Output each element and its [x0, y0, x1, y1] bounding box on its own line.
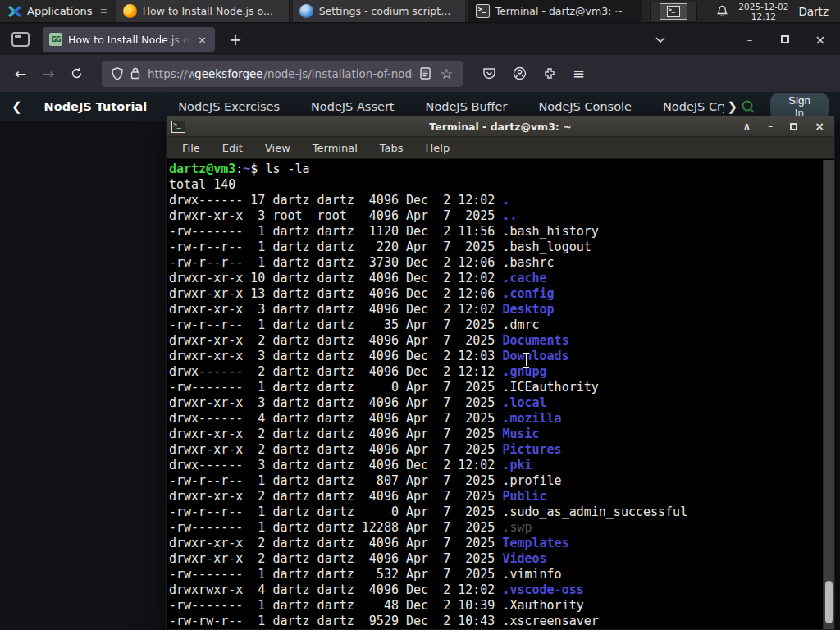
forward-button[interactable]: →	[34, 66, 62, 82]
file-name: Pictures	[502, 442, 561, 457]
terminal-menu-item[interactable]: Tabs	[380, 142, 404, 154]
url-bar[interactable]: https://www.geeksforgeeks.org/node-js/in…	[102, 61, 463, 87]
terminal-scrollbar-thumb[interactable]	[825, 581, 833, 623]
taskbar-window-button[interactable]: Terminal - dartz@vm3: ~	[468, 0, 642, 22]
terminal-output-line: drwxr-xr-x 2 dartz dartz 4096 Apr 7 2025…	[169, 427, 823, 442]
terminal-rollup-button[interactable]: ∧	[743, 121, 751, 131]
firefox-view-icon[interactable]	[11, 32, 30, 47]
terminal-titlebar[interactable]: >_ Terminal - dartz@vm3: ~ ∧ – ×	[167, 116, 834, 137]
pager-terminal-icon: >_	[667, 6, 680, 17]
reader-mode-icon[interactable]	[420, 67, 431, 80]
terminal-listing: drwx------ 17 dartz dartz 4096 Dec 2 12:…	[169, 193, 823, 629]
terminal-output[interactable]: dartz@vm3:~$ ls -la total 140 drwx------…	[167, 160, 823, 629]
nav-scroll-left-icon[interactable]: ❮	[0, 99, 29, 114]
terminal-output-line: -rw-r--r-- 1 dartz dartz 3730 Dec 2 12:0…	[169, 255, 823, 271]
file-name: ..	[502, 208, 517, 223]
tab-close-icon[interactable]: ×	[196, 34, 208, 46]
terminal-output-line: -rw-rw-r-- 1 dartz dartz 9529 Dec 2 10:4…	[169, 614, 823, 629]
gfg-favicon: GG	[49, 33, 62, 46]
tracking-shield-icon[interactable]	[112, 67, 123, 80]
terminal-output-line: drwxr-xr-x 13 dartz dartz 4096 Dec 2 12:…	[169, 286, 823, 302]
terminal-menu-item[interactable]: File	[182, 142, 200, 154]
file-name: .viminfo	[502, 567, 561, 582]
clock-date: 2025-12-02	[738, 2, 788, 11]
terminal-maximize-button[interactable]	[790, 123, 797, 130]
terminal-output-line: drwxr-xr-x 2 dartz dartz 4096 Apr 7 2025…	[169, 333, 823, 349]
terminal-output-line: drwxr-xr-x 2 dartz dartz 4096 Apr 7 2025…	[169, 536, 823, 551]
tab-title: How to Install Node.js on	[68, 34, 190, 46]
file-name: .profile	[502, 473, 561, 488]
file-name: .vscode-oss	[502, 582, 583, 597]
window-close-button[interactable]: ×	[814, 32, 827, 48]
site-nav-link[interactable]: NodeJS Exercises	[162, 100, 295, 113]
file-name: Templates	[502, 536, 568, 550]
terminal-scrollbar[interactable]	[823, 160, 834, 629]
prompt-user-host: dartz@vm3	[169, 162, 235, 176]
new-tab-button[interactable]: +	[223, 30, 248, 48]
site-nav-link[interactable]: NodeJS Assert	[295, 100, 410, 113]
applications-menu-mark-icon: ≡	[99, 6, 107, 16]
list-all-tabs-chevron-icon[interactable]	[655, 36, 666, 43]
tabbar-right-controls: – ×	[655, 32, 840, 48]
file-name: .bashrc	[502, 255, 554, 270]
terminal-menu-item[interactable]: View	[265, 142, 290, 154]
file-name: .xscreensaver	[502, 614, 598, 628]
terminal-menubar: File Edit View Terminal Tabs Help	[167, 137, 834, 159]
file-name: .ICEauthority	[502, 380, 598, 395]
taskbar-window-button[interactable]: Settings - codium script...	[292, 0, 466, 22]
window-minimize-button[interactable]: –	[743, 34, 756, 46]
pocket-save-icon[interactable]	[482, 66, 496, 80]
file-name: .cache	[502, 271, 546, 285]
firefox-tab-bar: GG How to Install Node.js on × + – ×	[0, 24, 840, 55]
taskbar-app-icon	[123, 4, 137, 18]
bookmark-star-icon[interactable]: ☆	[441, 66, 453, 82]
url-domain: geeksforgeeks.org	[194, 67, 263, 80]
terminal-output-line: drwx------ 2 dartz dartz 4096 Dec 2 12:1…	[169, 364, 823, 380]
account-icon[interactable]	[513, 66, 527, 80]
notification-bell-icon[interactable]	[716, 5, 728, 18]
file-name: .dmrc	[502, 317, 539, 332]
system-tray: 2025-12-02 12:12 Dartz	[708, 0, 840, 22]
taskbar-app-icon	[299, 4, 313, 18]
terminal-close-button[interactable]: ×	[815, 121, 824, 132]
reload-button[interactable]	[62, 67, 90, 80]
browser-tab-active[interactable]: GG How to Install Node.js on ×	[43, 27, 215, 52]
file-name: Desktop	[502, 302, 554, 317]
taskbar-window-title: Terminal - dartz@vm3: ~	[495, 5, 623, 17]
terminal-output-line: -rw------- 1 dartz dartz 48 Dec 2 10:39 …	[169, 598, 823, 614]
site-nav-link[interactable]: NodeJS Crypto	[647, 100, 724, 113]
taskbar-window-button[interactable]: How to Install Node.js o...	[116, 0, 290, 22]
file-name: Public	[502, 489, 546, 504]
lock-icon[interactable]	[130, 67, 140, 80]
terminal-window: >_ Terminal - dartz@vm3: ~ ∧ – × File Ed…	[166, 116, 835, 630]
nav-scroll-right-icon[interactable]: ❯	[724, 99, 741, 114]
file-name: .swp	[502, 520, 532, 535]
extensions-icon[interactable]	[543, 67, 556, 80]
file-name: Videos	[502, 551, 546, 566]
terminal-minimize-button[interactable]: –	[768, 121, 773, 131]
user-menu[interactable]: Dartz	[798, 5, 832, 18]
site-nav-link[interactable]: NodeJS Buffer	[410, 100, 523, 113]
back-button[interactable]: ←	[7, 66, 34, 82]
mouse-text-cursor	[523, 352, 530, 368]
terminal-menu-item[interactable]: Help	[426, 142, 450, 154]
terminal-menu-item[interactable]: Terminal	[313, 142, 358, 154]
url-text[interactable]: https://www.geeksforgeeks.org/node-js/in…	[148, 67, 413, 80]
site-nav-link[interactable]: NodeJS Console	[523, 100, 647, 113]
terminal-app-icon: >_	[171, 121, 185, 133]
search-icon[interactable]	[741, 99, 756, 114]
terminal-output-line: -rw-r--r-- 1 dartz dartz 807 Apr 7 2025 …	[169, 473, 823, 489]
hamburger-menu-icon[interactable]: ≡	[573, 65, 585, 82]
workspace-pager[interactable]: >_	[650, 2, 697, 21]
window-maximize-button[interactable]	[781, 35, 789, 43]
terminal-window-controls: ∧ – ×	[743, 121, 834, 132]
terminal-output-line: -rw-r--r-- 1 dartz dartz 0 Apr 7 2025 .s…	[169, 504, 823, 520]
desktop: Applications ≡ How to Install Node.js o.…	[0, 0, 840, 630]
site-nav-link[interactable]: NodeJS Tutorial	[29, 100, 163, 113]
clock-time: 12:12	[738, 11, 788, 21]
terminal-output-line: drwxr-xr-x 3 root root 4096 Apr 7 2025 .…	[169, 208, 823, 224]
applications-label: Applications	[27, 5, 92, 17]
terminal-menu-item[interactable]: Edit	[222, 142, 243, 154]
applications-menu-button[interactable]: Applications ≡	[0, 0, 116, 22]
panel-clock[interactable]: 2025-12-02 12:12	[738, 2, 788, 21]
